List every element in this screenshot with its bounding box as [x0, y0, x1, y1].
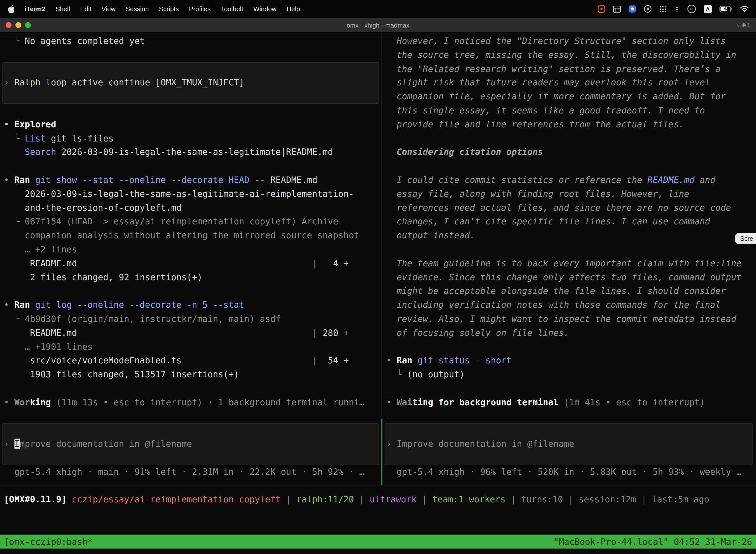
terminal-text-segment: 4b9d30f (origin/main, instructkr/main, m…	[25, 314, 281, 324]
terminal-line: and-the-erosion-of-copyleft.md	[4, 201, 381, 215]
terminal-line	[4, 48, 381, 62]
terminal-pane-left[interactable]: └ No agents completed yet › Ralph loop a…	[0, 33, 381, 485]
terminal-text-segment	[412, 355, 418, 365]
prompt-chevron: ›	[4, 439, 14, 449]
numeric-badge-icon[interactable]: 8	[674, 4, 680, 14]
terminal-text-segment: (11m 13s • esc to interrupt) · 1 backgro…	[51, 397, 364, 407]
terminal-line: references need actual files, and since …	[386, 201, 755, 215]
terminal-text-segment: |	[312, 355, 317, 365]
terminal-line: └ 067f154 (HEAD -> essay/ai-reimplementa…	[4, 215, 381, 229]
terminal-line: • Ran git status --short	[386, 354, 755, 368]
prompt-input-left[interactable]: › Improve documentation in @filename	[2, 423, 379, 465]
terminal-text-segment: output instead.	[386, 230, 475, 240]
omx-bar-segment: |	[417, 494, 432, 504]
terminal-line	[4, 409, 381, 423]
minimize-button[interactable]	[15, 22, 21, 28]
macos-menu-bar: iTerm2ShellEditViewSessionScriptsProfile…	[0, 0, 756, 18]
menu-item-edit[interactable]: Edit	[80, 5, 91, 12]
terminal-text-segment: 1903 files changed, 513517 insertions(+)	[4, 369, 239, 379]
terminal-line: … +1901 lines	[4, 340, 381, 354]
menu-item-profiles[interactable]: Profiles	[189, 5, 211, 12]
terminal-text-segment: gpt-5.4 xhigh · 96% left · 520K in · 5.8…	[386, 466, 741, 477]
terminal-line: However, I noticed the "Directory Struct…	[386, 34, 755, 48]
zoom-button[interactable]	[25, 22, 31, 28]
terminal-text-segment: references need actual files, and since …	[386, 203, 731, 213]
terminal-line	[386, 131, 755, 146]
terminal-line: review. Also, I might want to inspect th…	[386, 312, 755, 326]
terminal-text-segment: might be acceptable alongside the file l…	[386, 286, 726, 296]
terminal-line: └ (no output)	[386, 368, 755, 382]
input-source-icon[interactable]: A	[703, 4, 712, 14]
blue-app-icon[interactable]	[628, 4, 636, 14]
terminal-line	[386, 159, 755, 173]
terminal-line: • Ran git show --stat --oneline --decora…	[4, 173, 381, 187]
terminal-text-segment: 2026-03-09-is-legal-the-same-as-legitima…	[56, 147, 333, 157]
terminal-text-segment: companion file, especially if more comme…	[386, 91, 726, 102]
pane-divider[interactable]	[381, 33, 382, 485]
agents-status-line: └ No agents completed yet	[4, 34, 381, 48]
calendar-grid-icon[interactable]	[613, 4, 621, 14]
screen: iTerm2ShellEditViewSessionScriptsProfile…	[0, 0, 756, 554]
wifi-icon[interactable]	[740, 4, 749, 14]
menu-item-shell[interactable]: Shell	[56, 5, 70, 12]
terminal-line: companion file, especially if more comme…	[386, 90, 755, 104]
apple-menu-icon[interactable]	[8, 4, 15, 13]
battery-icon[interactable]	[719, 4, 732, 14]
screen-recording-icon[interactable]	[597, 4, 606, 14]
terminal-text-segment: ting for background terminal	[412, 397, 559, 407]
terminal-text-segment: 2026-03-09-is-legal-the-same-as-legitima…	[4, 189, 354, 199]
omx-mode: ultrawork	[370, 494, 417, 504]
omx-ralph-progress: ralph:11/20	[296, 494, 354, 504]
terminal-pane-right[interactable]: However, I noticed the "Directory Struct…	[382, 33, 755, 485]
terminal-text-segment: git log --oneline --decorate -n 5 --stat	[35, 299, 244, 310]
window-title-bar[interactable]: omx --xhigh --madmax ⌥⌘1	[0, 18, 756, 33]
terminal-line: of focusing solely on file lines.	[386, 326, 755, 340]
menu-item-help[interactable]: Help	[287, 5, 300, 12]
gauge-icon[interactable]: .61	[687, 4, 696, 14]
terminal-text-segment: mprove documentation in @filename	[19, 439, 192, 449]
terminal-line	[386, 382, 755, 395]
terminal-text-segment: of focusing solely on file lines.	[386, 327, 569, 338]
terminal-text-segment: I could cite commit statistics or refere…	[386, 175, 647, 185]
terminal-text-segment: provide file and line references from th…	[386, 119, 684, 129]
terminal-line: output instead.	[386, 229, 755, 243]
terminal-line: • Ran git log --oneline --decorate -n 5 …	[4, 298, 381, 312]
terminal-text-segment: └	[4, 216, 25, 227]
prompt-input-right[interactable]: › Improve documentation in @filename	[385, 423, 753, 465]
terminal-line: this single essay, it seems like a good …	[386, 104, 755, 118]
terminal-text-segment: List	[25, 133, 46, 143]
ralph-loop-banner: › Ralph loop active continue [OMX_TMUX_I…	[2, 62, 379, 104]
terminal-text-segment: (1m 41s • esc to interrupt)	[559, 397, 705, 407]
terminal-text-segment: README.md	[4, 258, 77, 268]
terminal-text-segment: └	[386, 369, 407, 379]
menu-item-view[interactable]: View	[102, 5, 115, 12]
omx-bar-segment: |	[505, 494, 521, 504]
menu-item-toolbelt[interactable]: Toolbelt	[221, 5, 243, 12]
terminal-text-segment: Search	[25, 147, 56, 157]
terminal-text-segment: Wor	[14, 397, 30, 407]
terminal-text-segment: Ran	[14, 299, 30, 310]
close-button[interactable]	[6, 22, 11, 28]
terminal-text-segment: … +1901 lines	[4, 341, 93, 351]
disc-icon[interactable]	[644, 4, 652, 14]
thinking-heading: Considering citation options	[386, 146, 755, 159]
terminal-text-segment: 280 +	[317, 327, 349, 338]
terminal-line: provide file and line references from th…	[386, 118, 755, 131]
menu-item-window[interactable]: Window	[253, 5, 276, 12]
menu-item-iterm2[interactable]: iTerm2	[24, 5, 45, 12]
screen-edge-notification[interactable]: Scre	[736, 233, 756, 244]
omx-bar-segment: |	[563, 494, 579, 504]
terminal-text-segment: Explored	[14, 119, 56, 129]
menu-item-scripts[interactable]: Scripts	[159, 5, 179, 12]
model-status-line: gpt-5.4 xhigh · main · 91% left · 2.31M …	[4, 465, 381, 479]
window-shortcut-badge: ⌥⌘1	[735, 21, 750, 28]
bullet: •	[4, 299, 14, 310]
terminal-text-segment: └	[4, 314, 25, 324]
terminal-line: the source tree, missing the essay. Stil…	[386, 48, 755, 62]
menu-item-session[interactable]: Session	[126, 5, 149, 12]
terminal-text-segment: the source tree, missing the essay. Stil…	[386, 50, 736, 60]
dots-grid-icon[interactable]	[659, 4, 667, 14]
terminal-line: └ List git ls-files	[4, 131, 381, 146]
terminal-text-segment: essay file, along with finding root file…	[386, 189, 689, 199]
terminal-text-segment: 4 +	[317, 258, 349, 268]
